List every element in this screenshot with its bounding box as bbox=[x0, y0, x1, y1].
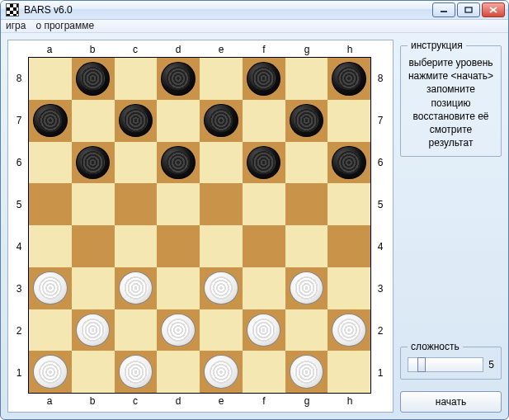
square-g4[interactable] bbox=[285, 225, 328, 267]
square-b4[interactable] bbox=[72, 225, 115, 267]
square-b3[interactable] bbox=[72, 267, 115, 309]
square-c3[interactable] bbox=[115, 267, 158, 309]
square-e6[interactable] bbox=[200, 142, 243, 184]
square-b2[interactable] bbox=[72, 309, 115, 352]
square-a7[interactable] bbox=[29, 100, 72, 142]
slider-thumb[interactable] bbox=[417, 357, 426, 372]
square-h6[interactable] bbox=[328, 142, 370, 184]
square-e7[interactable] bbox=[200, 100, 243, 142]
close-button[interactable] bbox=[482, 2, 505, 17]
black-piece[interactable] bbox=[204, 104, 238, 138]
maximize-button[interactable] bbox=[457, 2, 480, 17]
square-e5[interactable] bbox=[200, 183, 243, 225]
black-piece[interactable] bbox=[332, 146, 365, 180]
square-d3[interactable] bbox=[157, 267, 200, 309]
square-c1[interactable] bbox=[115, 351, 158, 393]
square-g5[interactable] bbox=[285, 183, 328, 225]
black-piece[interactable] bbox=[290, 104, 323, 138]
square-f8[interactable] bbox=[243, 58, 285, 100]
square-g7[interactable] bbox=[285, 100, 328, 142]
square-a2[interactable] bbox=[29, 309, 72, 352]
square-f4[interactable] bbox=[243, 225, 285, 267]
square-b8[interactable] bbox=[72, 58, 115, 100]
square-c6[interactable] bbox=[115, 142, 158, 184]
square-f7[interactable] bbox=[243, 100, 285, 142]
white-piece[interactable] bbox=[332, 314, 365, 347]
menu-game[interactable]: игра bbox=[6, 20, 26, 31]
square-a5[interactable] bbox=[29, 183, 72, 225]
square-h1[interactable] bbox=[328, 351, 370, 393]
black-piece[interactable] bbox=[76, 146, 110, 180]
square-f6[interactable] bbox=[243, 142, 285, 184]
square-a4[interactable] bbox=[29, 225, 72, 267]
maximize-icon bbox=[464, 7, 473, 13]
square-f3[interactable] bbox=[243, 267, 285, 309]
square-d5[interactable] bbox=[157, 183, 200, 225]
white-piece[interactable] bbox=[76, 314, 110, 347]
white-piece[interactable] bbox=[119, 355, 153, 389]
black-piece[interactable] bbox=[247, 146, 280, 180]
white-piece[interactable] bbox=[33, 271, 67, 305]
square-b6[interactable] bbox=[72, 142, 115, 184]
menu-about[interactable]: о программе bbox=[35, 20, 94, 31]
white-piece[interactable] bbox=[204, 271, 238, 305]
square-c2[interactable] bbox=[115, 309, 158, 352]
square-b7[interactable] bbox=[72, 100, 115, 142]
square-d1[interactable] bbox=[157, 351, 200, 393]
square-a6[interactable] bbox=[29, 142, 72, 184]
square-g3[interactable] bbox=[285, 267, 328, 309]
black-piece[interactable] bbox=[76, 62, 110, 96]
square-e1[interactable] bbox=[200, 351, 243, 393]
black-piece[interactable] bbox=[33, 104, 67, 138]
square-h2[interactable] bbox=[328, 309, 370, 352]
white-piece[interactable] bbox=[161, 314, 195, 347]
square-e2[interactable] bbox=[200, 309, 243, 352]
square-e8[interactable] bbox=[200, 58, 243, 100]
square-g8[interactable] bbox=[285, 58, 328, 100]
square-f1[interactable] bbox=[243, 351, 285, 393]
square-b1[interactable] bbox=[72, 351, 115, 393]
rank-label: 8 bbox=[378, 73, 384, 84]
square-h3[interactable] bbox=[328, 267, 370, 309]
square-e4[interactable] bbox=[200, 225, 243, 267]
black-piece[interactable] bbox=[119, 104, 153, 138]
square-d4[interactable] bbox=[157, 225, 200, 267]
white-piece[interactable] bbox=[33, 355, 67, 389]
square-c5[interactable] bbox=[115, 183, 158, 225]
square-h7[interactable] bbox=[328, 100, 370, 142]
white-piece[interactable] bbox=[204, 355, 238, 389]
square-c7[interactable] bbox=[115, 100, 158, 142]
black-piece[interactable] bbox=[332, 62, 365, 96]
square-g1[interactable] bbox=[285, 351, 328, 393]
square-h5[interactable] bbox=[328, 183, 370, 225]
square-c8[interactable] bbox=[115, 58, 158, 100]
black-piece[interactable] bbox=[161, 146, 195, 180]
difficulty-slider[interactable] bbox=[408, 357, 483, 372]
square-a8[interactable] bbox=[29, 58, 72, 100]
square-f5[interactable] bbox=[243, 183, 285, 225]
square-d2[interactable] bbox=[157, 309, 200, 352]
square-g2[interactable] bbox=[285, 309, 328, 352]
square-h4[interactable] bbox=[328, 225, 370, 267]
white-piece[interactable] bbox=[119, 271, 153, 305]
black-piece[interactable] bbox=[161, 62, 195, 96]
square-d7[interactable] bbox=[157, 100, 200, 142]
square-c4[interactable] bbox=[115, 225, 158, 267]
instructions-text: выберите уровеньнажмите <начать>запомнит… bbox=[408, 56, 494, 149]
square-b5[interactable] bbox=[72, 183, 115, 225]
minimize-button[interactable] bbox=[432, 2, 455, 17]
square-g6[interactable] bbox=[285, 142, 328, 184]
square-f2[interactable] bbox=[243, 309, 285, 352]
white-piece[interactable] bbox=[290, 355, 323, 389]
start-button[interactable]: начать bbox=[400, 391, 502, 413]
black-piece[interactable] bbox=[247, 62, 280, 96]
white-piece[interactable] bbox=[247, 314, 280, 347]
square-a1[interactable] bbox=[29, 351, 72, 393]
white-piece[interactable] bbox=[290, 271, 323, 305]
square-a3[interactable] bbox=[29, 267, 72, 309]
square-d8[interactable] bbox=[157, 58, 200, 100]
square-d6[interactable] bbox=[157, 142, 200, 184]
difficulty-value: 5 bbox=[488, 359, 494, 370]
square-e3[interactable] bbox=[200, 267, 243, 309]
square-h8[interactable] bbox=[328, 58, 370, 100]
